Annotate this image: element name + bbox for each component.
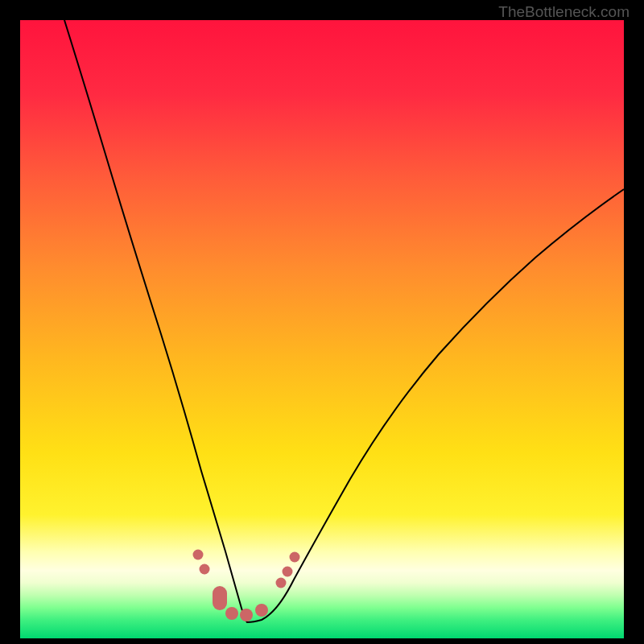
data-marker bbox=[276, 577, 287, 588]
data-marker bbox=[240, 609, 253, 621]
data-marker bbox=[199, 564, 209, 574]
data-markers-layer bbox=[20, 20, 624, 638]
data-marker bbox=[290, 551, 300, 562]
data-marker bbox=[282, 567, 292, 577]
data-marker bbox=[213, 586, 227, 610]
watermark-text: TheBottleneck.com bbox=[498, 3, 630, 21]
data-marker bbox=[225, 607, 238, 620]
data-marker bbox=[193, 550, 204, 560]
data-marker bbox=[255, 604, 268, 617]
chart-container bbox=[20, 20, 624, 638]
